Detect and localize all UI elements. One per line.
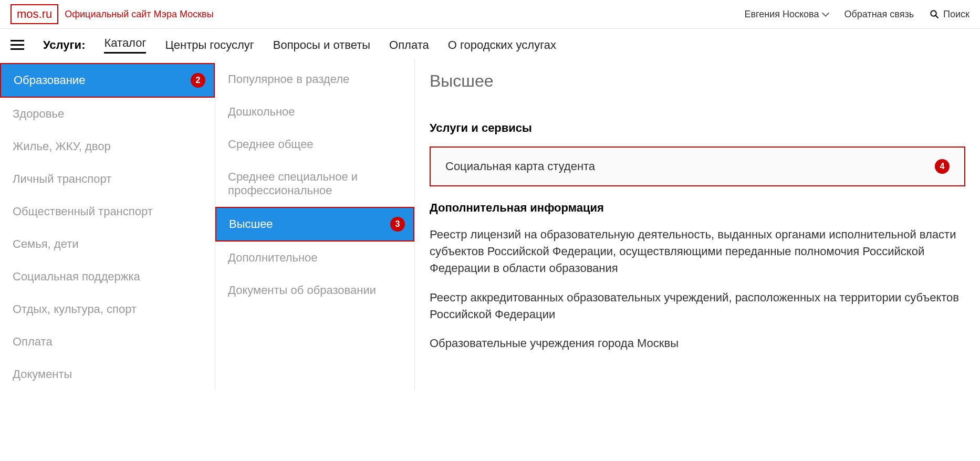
- annotation-badge-3: 3: [390, 217, 405, 232]
- subcategory-popular[interactable]: Популярное в разделе: [215, 63, 414, 96]
- search-button[interactable]: Поиск: [930, 9, 969, 20]
- category-payment[interactable]: Оплата: [0, 326, 215, 358]
- subcategory-higher[interactable]: Высшее 3: [215, 207, 414, 242]
- category-housing[interactable]: Жилье, ЖКУ, двор: [0, 130, 215, 163]
- chevron-down-icon: [822, 9, 829, 17]
- search-icon: [930, 9, 939, 19]
- subcategory-edu-docs[interactable]: Документы об образовании: [215, 274, 414, 307]
- info-link-moscow-edu[interactable]: Образовательные учреждения города Москвы: [430, 335, 965, 352]
- nav-item-qa[interactable]: Вопросы и ответы: [273, 38, 370, 52]
- subcategory-column: Популярное в разделе Дошкольное Среднее …: [215, 59, 415, 391]
- subcategory-additional[interactable]: Дополнительное: [215, 242, 414, 274]
- search-label: Поиск: [943, 9, 969, 20]
- category-education[interactable]: Образование 2: [0, 63, 215, 98]
- category-leisure[interactable]: Отдых, культура, спорт: [0, 293, 215, 326]
- nav-item-centers[interactable]: Центры госуслуг: [165, 38, 254, 52]
- site-tagline: Официальный сайт Мэра Москвы: [65, 9, 213, 20]
- svg-line-1: [935, 15, 938, 18]
- feedback-link[interactable]: Обратная связь: [844, 9, 914, 20]
- header: mos.ru Официальный сайт Мэра Москвы Евге…: [0, 0, 980, 29]
- subcategory-vocational[interactable]: Среднее специальное и профессиональное: [215, 161, 414, 207]
- user-menu[interactable]: Евгения Носкова: [745, 9, 829, 20]
- nav-item-payment[interactable]: Оплата: [389, 38, 429, 52]
- services-heading: Услуги и сервисы: [430, 121, 965, 135]
- category-social-support[interactable]: Социальная поддержка: [0, 260, 215, 293]
- category-column: Образование 2 Здоровье Жилье, ЖКУ, двор …: [0, 59, 215, 391]
- logo[interactable]: mos.ru: [11, 4, 58, 24]
- detail-title: Высшее: [430, 71, 965, 91]
- category-label: Образование: [14, 74, 85, 87]
- service-card-label: Социальная карта студента: [445, 160, 595, 173]
- category-documents[interactable]: Документы: [0, 358, 215, 391]
- content-area: Образование 2 Здоровье Жилье, ЖКУ, двор …: [0, 59, 980, 391]
- nav-label: Услуги:: [43, 38, 85, 52]
- svg-point-0: [931, 11, 936, 16]
- nav-item-about[interactable]: О городских услугах: [448, 38, 556, 52]
- nav-item-catalog[interactable]: Каталог: [104, 36, 146, 54]
- category-personal-transport[interactable]: Личный транспорт: [0, 163, 215, 195]
- subcategory-label: Высшее: [229, 217, 273, 230]
- info-link-licenses[interactable]: Реестр лицензий на образовательную деяте…: [430, 226, 965, 277]
- additional-info-heading: Дополнительная информация: [430, 201, 965, 215]
- hamburger-menu[interactable]: [11, 40, 24, 50]
- service-student-card[interactable]: Социальная карта студента 4: [430, 146, 965, 186]
- category-family[interactable]: Семья, дети: [0, 228, 215, 260]
- category-public-transport[interactable]: Общественный транспорт: [0, 195, 215, 228]
- subcategory-preschool[interactable]: Дошкольное: [215, 96, 414, 128]
- username-label: Евгения Носкова: [745, 9, 819, 20]
- annotation-badge-4: 4: [935, 159, 950, 174]
- info-link-accredited[interactable]: Реестр аккредитованных образовательных у…: [430, 289, 965, 323]
- main-nav: Услуги: Каталог Центры госуслуг Вопросы …: [0, 29, 980, 59]
- category-health[interactable]: Здоровье: [0, 98, 215, 130]
- annotation-badge-2: 2: [191, 73, 205, 88]
- subcategory-secondary[interactable]: Среднее общее: [215, 128, 414, 161]
- detail-column: Высшее Услуги и сервисы Социальная карта…: [415, 59, 980, 391]
